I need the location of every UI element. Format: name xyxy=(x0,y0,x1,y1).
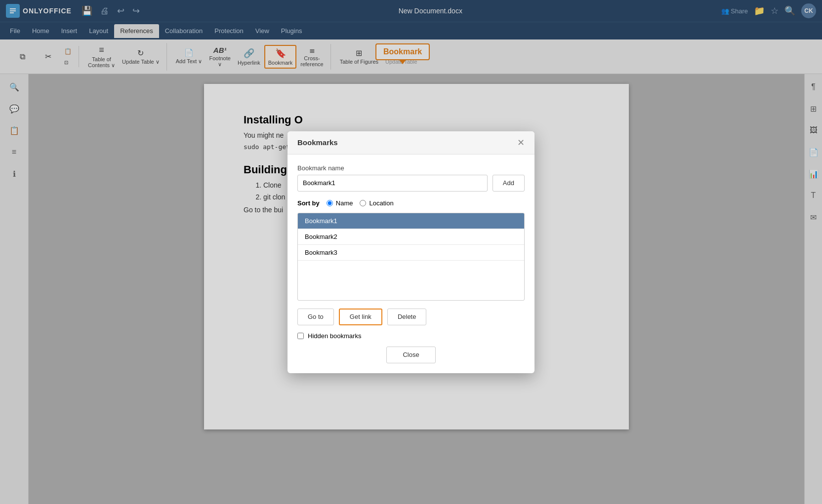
sort-name-radio[interactable] xyxy=(327,200,333,206)
bookmark-list: Bookmark1 Bookmark2 Bookmark3 xyxy=(297,213,525,301)
modal-overlay: Bookmarks ✕ Bookmark name Add Sort by Na… xyxy=(0,0,822,504)
modal-body: Bookmark name Add Sort by Name Location … xyxy=(288,155,534,373)
modal-action-buttons: Go to Get link Delete xyxy=(297,309,525,325)
sort-name-label: Name xyxy=(336,199,353,207)
sort-location-radio[interactable] xyxy=(360,200,366,206)
get-link-button[interactable]: Get link xyxy=(339,309,382,325)
sort-name-option[interactable]: Name xyxy=(327,199,353,207)
bookmark-item-1[interactable]: Bookmark1 xyxy=(298,213,524,229)
bookmark-name-row: Add xyxy=(297,175,525,192)
modal-title: Bookmarks xyxy=(297,138,338,147)
close-button[interactable]: Close xyxy=(386,347,436,363)
goto-button[interactable]: Go to xyxy=(297,309,334,325)
sort-by-label: Sort by xyxy=(297,199,320,207)
bookmark-name-label: Bookmark name xyxy=(297,164,525,172)
bookmark-name-input[interactable] xyxy=(297,175,488,192)
modal-close-icon[interactable]: ✕ xyxy=(517,138,525,147)
bookmarks-modal: Bookmarks ✕ Bookmark name Add Sort by Na… xyxy=(288,131,534,373)
close-row: Close xyxy=(297,347,525,363)
bookmark-list-empty-space xyxy=(298,261,524,300)
add-button[interactable]: Add xyxy=(493,175,525,192)
sort-location-label: Location xyxy=(369,199,393,207)
sort-location-option[interactable]: Location xyxy=(360,199,393,207)
delete-button[interactable]: Delete xyxy=(387,309,427,325)
bookmark-item-2[interactable]: Bookmark2 xyxy=(298,229,524,245)
modal-header: Bookmarks ✕ xyxy=(288,131,534,155)
hidden-bookmarks-checkbox[interactable] xyxy=(297,333,304,339)
sort-row: Sort by Name Location xyxy=(297,199,525,207)
hidden-bookmarks-row: Hidden bookmarks xyxy=(297,332,525,340)
hidden-bookmarks-label: Hidden bookmarks xyxy=(308,332,361,340)
bookmark-item-3[interactable]: Bookmark3 xyxy=(298,245,524,261)
